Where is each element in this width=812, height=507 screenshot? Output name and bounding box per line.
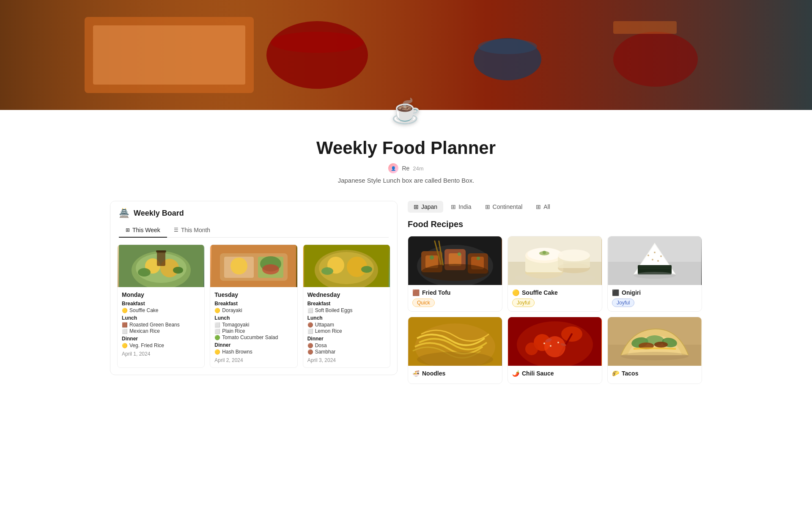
recipe-card-onigiri[interactable]: ⬛ Onigiri Joyful: [607, 236, 702, 312]
main-layout: 🏯 Weekly Board ⊞ This Week ☰ This Month: [110, 192, 702, 401]
view-tabs: ⊞ This Week ☰ This Month: [119, 223, 389, 238]
chili-name: 🌶️ Chili Sauce: [512, 370, 598, 377]
wednesday-label: Wednesday: [307, 291, 386, 298]
svg-rect-18: [156, 250, 166, 252]
noodles-name: 🍜 Noodles: [412, 370, 498, 377]
svg-point-85: [550, 345, 551, 347]
svg-point-32: [361, 266, 372, 273]
recipe-card-noodles[interactable]: 🍜 Noodles: [408, 317, 502, 384]
recipe-card-chili[interactable]: 🌶️ Chili Sauce: [508, 317, 602, 384]
noodle-image: [408, 317, 502, 366]
food-recipes-title: Food Recipes: [408, 219, 702, 229]
avatar: 👤: [388, 163, 398, 173]
wednesday-lunch-item-1: 🟤 Uttapam: [307, 322, 386, 328]
author-row: 👤 Re 24m: [0, 163, 812, 173]
svg-point-66: [647, 255, 649, 256]
wednesday-body: Wednesday Breakfast ⬜ Soft Boiled Eggs L…: [303, 287, 390, 367]
list-icon: ☰: [174, 227, 178, 233]
svg-point-5: [271, 32, 364, 53]
tab-this-week[interactable]: ⊞ This Week: [119, 223, 167, 238]
monday-body: Monday Breakfast 🟡 Souffle Cake Lunch 🟫 …: [118, 287, 204, 361]
tuesday-label: Tuesday: [214, 291, 293, 298]
svg-point-55: [558, 249, 590, 261]
svg-point-23: [230, 258, 247, 274]
board-title: Weekly Board: [134, 209, 184, 218]
grid-icon-all: ⊞: [536, 203, 541, 210]
weekly-board-panel: 🏯 Weekly Board ⊞ This Week ☰ This Month: [110, 201, 398, 375]
svg-point-81: [525, 343, 538, 355]
recipe-card-fried-tofu[interactable]: 🟫 Fried Tofu Quick: [408, 236, 502, 312]
svg-point-93: [654, 342, 668, 348]
tacos-name: 🌮 Tacos: [612, 370, 697, 377]
recipe-card-souffle[interactable]: 🟡 Souffle Cake Joyful: [508, 236, 602, 312]
wednesday-lunch-item-2: ⬜ Lemon Rice: [307, 328, 386, 334]
svg-point-31: [321, 267, 333, 275]
wednesday-dinner: Dinner 🟤 Dosa 🟤 Sambhar: [307, 336, 386, 355]
monday-dinner: Dinner 🟡 Veg. Fried Rice: [122, 336, 200, 348]
left-panel-header: 🏯 Weekly Board ⊞ This Week ☰ This Month: [110, 201, 397, 238]
svg-point-86: [557, 342, 559, 343]
monday-breakfast: Breakfast 🟡 Souffle Cake: [122, 301, 200, 313]
monday-card: Monday Breakfast 🟡 Souffle Cake Lunch 🟫 …: [117, 244, 205, 368]
svg-point-45: [458, 252, 461, 256]
tab-continental[interactable]: ⊞ Continental: [479, 201, 529, 213]
tuesday-card: Tuesday Breakfast 🟡 Dorayaki Lunch ⬜ Tom…: [210, 244, 297, 368]
torii-icon: 🏯: [119, 208, 129, 218]
souffle-tag: Joyful: [512, 299, 535, 307]
author-time: 24m: [413, 165, 423, 172]
svg-point-67: [654, 252, 656, 253]
tuesday-date: April 2, 2024: [214, 357, 293, 363]
svg-rect-64: [639, 266, 671, 267]
svg-rect-9: [613, 21, 677, 34]
monday-image: [118, 245, 204, 287]
onigiri-body: ⬛ Onigiri Joyful: [608, 285, 702, 311]
grid-icon-india: ⊞: [451, 203, 456, 210]
fried-tofu-image: [408, 236, 502, 285]
svg-point-84: [543, 343, 545, 344]
cuisine-tabs: ⊞ Japan ⊞ India ⊞ Continental ⊞ All: [408, 201, 702, 213]
recipe-card-tacos[interactable]: 🌮 Tacos: [607, 317, 702, 384]
tab-all[interactable]: ⊞ All: [530, 201, 556, 213]
svg-rect-3: [93, 25, 245, 85]
onigiri-tag: Joyful: [612, 299, 634, 307]
tuesday-lunch-item-2: ⬜ Plain Rice: [214, 328, 293, 334]
hero-banner: [0, 0, 812, 110]
chili-image: [508, 317, 602, 366]
souffle-image: [508, 236, 602, 285]
tuesday-dinner: Dinner 🟡 Hash Browns: [214, 342, 293, 355]
tuesday-breakfast: Breakfast 🟡 Dorayaki: [214, 301, 293, 313]
grid-icon: ⊞: [126, 227, 130, 233]
recipe-grid: 🟫 Fried Tofu Quick: [408, 236, 702, 384]
svg-point-16: [173, 267, 183, 274]
wednesday-dinner-item-2: 🟤 Sambhar: [307, 349, 386, 355]
subtitle: Japanese Style Lunch box are called Bent…: [0, 177, 812, 184]
tab-this-month[interactable]: ☰ This Month: [167, 223, 217, 238]
monday-dinner-item-1: 🟡 Veg. Fried Rice: [122, 343, 200, 348]
tuesday-dinner-item-1: 🟡 Hash Browns: [214, 349, 293, 355]
svg-point-25: [262, 264, 279, 274]
tuesday-body: Tuesday Breakfast 🟡 Dorayaki Lunch ⬜ Tom…: [210, 287, 297, 367]
grid-icon-continental: ⊞: [485, 203, 490, 210]
onigiri-image: [608, 236, 702, 285]
tuesday-lunch-item-1: ⬜ Tomagoyaki: [214, 322, 293, 328]
tuesday-lunch-item-3: 🟢 Tomato Cucumber Salad: [214, 334, 293, 340]
svg-point-71: [634, 272, 676, 279]
day-cards-row: Monday Breakfast 🟡 Souffle Cake Lunch 🟫 …: [110, 238, 397, 375]
tab-japan[interactable]: ⊞ Japan: [408, 201, 443, 213]
board-title-row: 🏯 Weekly Board: [119, 208, 389, 218]
food-recipes-panel: ⊞ Japan ⊞ India ⊞ Continental ⊞ All Food…: [408, 201, 702, 384]
svg-point-8: [613, 32, 698, 87]
svg-point-94: [621, 352, 689, 360]
svg-point-41: [421, 264, 489, 281]
author-name: Re: [402, 165, 409, 172]
fried-tofu-tag: Quick: [412, 299, 435, 307]
taco-image: [608, 317, 702, 366]
tacos-body: 🌮 Tacos: [608, 366, 702, 384]
tab-india[interactable]: ⊞ India: [445, 201, 477, 213]
svg-point-46: [477, 257, 480, 260]
monday-date: April 1, 2024: [122, 351, 200, 357]
wednesday-image: [303, 245, 390, 287]
noodles-body: 🍜 Noodles: [408, 366, 502, 384]
wednesday-card: Wednesday Breakfast ⬜ Soft Boiled Eggs L…: [303, 244, 390, 368]
fried-tofu-name: 🟫 Fried Tofu: [412, 289, 498, 296]
